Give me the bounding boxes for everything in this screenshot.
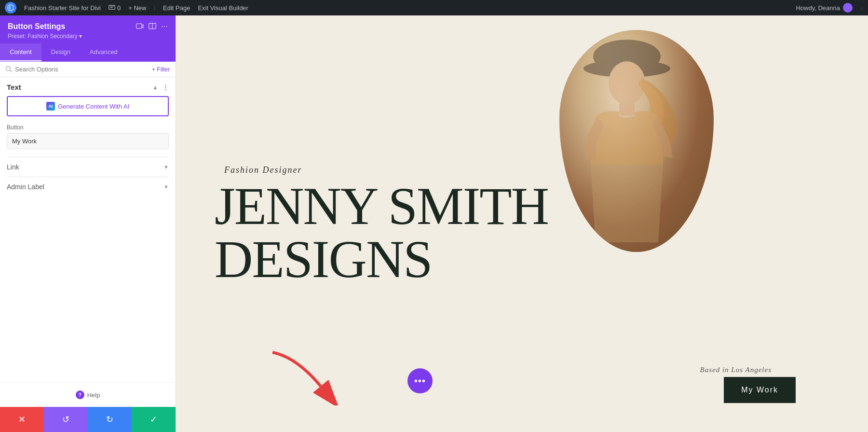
admin-label-section: Admin Label ▼ xyxy=(7,177,169,196)
comment-count: 0 xyxy=(117,4,121,12)
tab-bar: Content Design Advanced xyxy=(0,43,176,62)
collapse-icon[interactable]: ▲ xyxy=(152,84,158,91)
main-name: JENNY SMITH DESIGNS xyxy=(215,180,548,286)
admin-label-chevron-icon: ▼ xyxy=(163,184,169,190)
canvas-content: Fashion Designer JENNY SMITH DESIGNS Bas… xyxy=(176,15,868,432)
exit-builder-link[interactable]: Exit Visual Builder xyxy=(198,4,248,12)
help-label[interactable]: Help xyxy=(87,391,100,399)
section-more-icon[interactable]: ⋮ xyxy=(162,84,169,91)
tab-design[interactable]: Design xyxy=(41,43,80,61)
howdy-label: Howdy, Deanna xyxy=(796,4,840,12)
name-line2: DESIGNS xyxy=(215,233,548,286)
separator1: | xyxy=(154,5,155,11)
text-section-title: Text xyxy=(7,83,21,91)
wp-admin-bar: Fashion Starter Site for Divi 0 + New | … xyxy=(0,0,868,15)
site-name[interactable]: Fashion Starter Site for Divi xyxy=(24,4,101,12)
panel-title: Button Settings xyxy=(8,22,65,31)
tab-content[interactable]: Content xyxy=(0,43,41,61)
help-section: ? Help xyxy=(0,382,176,407)
user-avatar xyxy=(843,3,853,13)
link-section-header[interactable]: Link ▼ xyxy=(7,163,169,171)
ai-generate-button[interactable]: AI Generate Content With AI xyxy=(7,96,169,116)
filter-button[interactable]: + Filter xyxy=(152,66,170,73)
svg-point-8 xyxy=(6,67,11,71)
button-field-label: Button xyxy=(7,124,169,131)
text-section-header: Text ▲ ⋮ xyxy=(7,83,169,91)
panel-header: Button Settings ⋯ Preset: Fashion Second… xyxy=(0,15,176,43)
button-field-group: Button xyxy=(7,124,169,149)
main-area: Button Settings ⋯ Preset: Fashion Second… xyxy=(0,15,868,432)
responsive-icon[interactable] xyxy=(136,23,144,31)
new-link[interactable]: + New xyxy=(128,4,146,12)
search-bar: + Filter xyxy=(0,62,176,77)
help-icon: ? xyxy=(76,390,84,399)
panel-icons: ⋯ xyxy=(136,23,168,31)
redo-button[interactable]: ↻ xyxy=(88,407,132,432)
dots-label: ••• xyxy=(414,376,426,387)
panel-content: Text ▲ ⋮ AI Generate Content With AI But… xyxy=(0,77,176,382)
search-input[interactable] xyxy=(15,66,149,73)
search-icon xyxy=(6,66,12,72)
check-button[interactable]: ✓ xyxy=(132,407,176,432)
cancel-button[interactable]: ✕ xyxy=(0,407,44,432)
based-in-label: Based in Los Angeles xyxy=(700,366,772,374)
left-panel: Button Settings ⋯ Preset: Fashion Second… xyxy=(0,15,176,432)
columns-icon[interactable] xyxy=(149,23,156,31)
admin-label-title: Admin Label xyxy=(7,183,44,191)
bottom-action-bar: ✕ ↺ ↻ ✓ xyxy=(0,407,176,432)
panel-header-row: Button Settings ⋯ xyxy=(8,22,168,31)
svg-rect-4 xyxy=(136,24,142,28)
redo-icon: ↻ xyxy=(106,414,113,425)
comment-link[interactable]: 0 xyxy=(108,4,121,12)
link-section-title: Link xyxy=(7,163,19,171)
separator2: ⌕ xyxy=(860,5,863,11)
undo-button[interactable]: ↺ xyxy=(44,407,88,432)
oval-image-inner xyxy=(559,30,714,252)
fashion-designer-label: Fashion Designer xyxy=(224,165,302,175)
button-text-input[interactable] xyxy=(7,133,169,149)
my-work-button[interactable]: My Work xyxy=(724,377,796,403)
right-canvas: Fashion Designer JENNY SMITH DESIGNS Bas… xyxy=(176,15,868,432)
arrow-svg xyxy=(258,348,345,405)
tab-advanced[interactable]: Advanced xyxy=(80,43,127,61)
svg-line-9 xyxy=(10,70,12,72)
ai-btn-label: Generate Content With AI xyxy=(58,103,129,110)
svg-rect-1 xyxy=(109,5,115,9)
edit-page-link[interactable]: Edit Page xyxy=(163,4,190,12)
fashion-model-image xyxy=(559,30,714,252)
section-controls: ▲ ⋮ xyxy=(152,84,169,91)
link-section: Link ▼ xyxy=(7,157,169,177)
svg-rect-5 xyxy=(142,25,144,28)
name-line1: JENNY SMITH xyxy=(215,180,548,233)
more-options-icon[interactable]: ⋯ xyxy=(161,23,168,30)
purple-dots-button[interactable]: ••• xyxy=(407,368,433,393)
ai-icon: AI xyxy=(46,102,55,111)
panel-preset[interactable]: Preset: Fashion Secondary ▾ xyxy=(8,33,168,40)
howdy-text: Howdy, Deanna xyxy=(796,3,853,13)
wp-logo-icon xyxy=(5,2,16,14)
admin-label-section-header[interactable]: Admin Label ▼ xyxy=(7,183,169,191)
check-icon: ✓ xyxy=(150,414,157,425)
cancel-icon: ✕ xyxy=(18,414,26,425)
link-chevron-icon: ▼ xyxy=(163,164,169,170)
undo-icon: ↺ xyxy=(62,414,69,425)
